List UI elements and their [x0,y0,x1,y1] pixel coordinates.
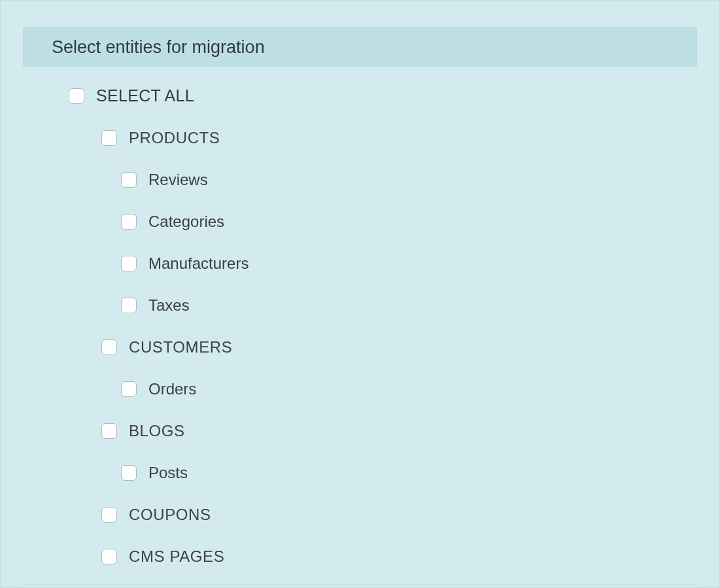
group-customers-checkbox[interactable] [101,339,117,355]
migration-entities-panel: Select entities for migration SELECT ALL… [0,0,720,588]
leaf-manufacturers-row: Manufacturers [69,254,697,273]
leaf-categories-checkbox[interactable] [121,214,137,230]
entity-tree: SELECT ALL PRODUCTS Reviews Categories M… [23,86,697,566]
panel-title: Select entities for migration [52,37,668,58]
leaf-categories-row: Categories [69,213,697,231]
panel-divider [23,584,697,585]
group-coupons-checkbox[interactable] [101,507,117,523]
leaf-posts-row: Posts [69,464,697,482]
group-coupons-row: COUPONS [69,506,697,524]
leaf-taxes-label: Taxes [148,296,190,315]
leaf-posts-label: Posts [148,464,188,482]
group-products-checkbox[interactable] [101,130,117,146]
leaf-reviews-label: Reviews [148,171,208,189]
leaf-manufacturers-label: Manufacturers [148,254,249,273]
select-all-checkbox[interactable] [69,88,84,104]
group-blogs-checkbox[interactable] [101,423,117,439]
group-blogs-label: BLOGS [129,422,185,440]
group-cmspages-row: CMS PAGES [69,547,697,566]
leaf-taxes-checkbox[interactable] [121,298,137,313]
select-all-label: SELECT ALL [96,86,194,105]
leaf-orders-row: Orders [69,380,697,398]
leaf-orders-checkbox[interactable] [121,381,137,397]
group-customers-label: CUSTOMERS [129,338,232,356]
leaf-orders-label: Orders [148,380,196,398]
leaf-reviews-row: Reviews [69,171,697,189]
group-cmspages-checkbox[interactable] [101,549,117,564]
leaf-reviews-checkbox[interactable] [121,172,137,188]
select-all-row: SELECT ALL [69,86,697,105]
group-customers-row: CUSTOMERS [69,338,697,356]
group-products-label: PRODUCTS [129,129,220,147]
group-cmspages-label: CMS PAGES [129,547,224,566]
panel-header: Select entities for migration [23,27,697,67]
leaf-manufacturers-checkbox[interactable] [121,256,137,271]
group-coupons-label: COUPONS [129,506,211,524]
leaf-categories-label: Categories [148,213,224,231]
leaf-posts-checkbox[interactable] [121,465,137,481]
group-blogs-row: BLOGS [69,422,697,440]
leaf-taxes-row: Taxes [69,296,697,315]
group-products-row: PRODUCTS [69,129,697,147]
